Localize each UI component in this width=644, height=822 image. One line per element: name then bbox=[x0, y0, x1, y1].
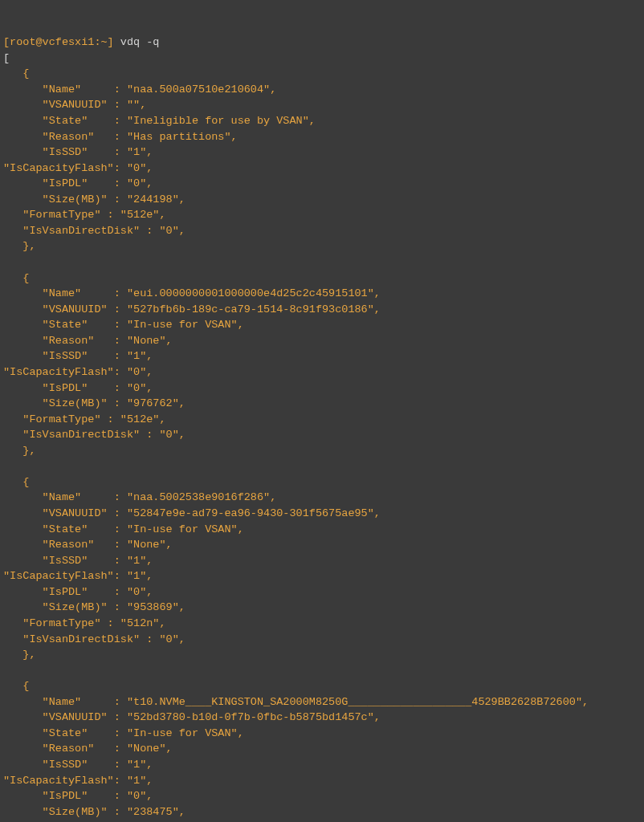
field-label-formattype: "FormatType" : bbox=[3, 209, 120, 221]
json-open-bracket: [ bbox=[3, 52, 10, 64]
field-value-ispdl: "0", bbox=[127, 382, 153, 394]
field-value-name: "naa.5002538e9016f286", bbox=[127, 491, 276, 503]
field-label-ispdl: "IsPDL" : bbox=[3, 790, 127, 802]
field-label-vsanuuid: "VSANUUID" : bbox=[3, 711, 127, 723]
field-value-isvsandirect: "0", bbox=[159, 429, 185, 441]
field-label-name: "Name" : bbox=[3, 696, 127, 708]
field-value-formattype: "512e", bbox=[120, 209, 166, 221]
field-value-vsanuuid: "52847e9e-ad79-ea96-9430-301f5675ae95", bbox=[127, 507, 381, 519]
entry-open: { bbox=[3, 476, 29, 488]
field-label-reason: "Reason" : bbox=[3, 539, 127, 551]
field-label-state: "State" : bbox=[3, 727, 127, 739]
terminal-output: [root@vcfesxi1:~] vdq -q [ { "Name" : "n… bbox=[3, 35, 641, 822]
field-value-reason: "None", bbox=[127, 743, 173, 755]
field-label-state: "State" : bbox=[3, 319, 127, 331]
field-value-name: "naa.500a07510e210604", bbox=[127, 83, 276, 96]
field-label-state: "State" : bbox=[3, 115, 127, 127]
field-value-iscapflash: "0", bbox=[127, 162, 153, 174]
field-label-formattype: "FormatType" : bbox=[3, 413, 120, 425]
field-label-isvsandirect: "IsVsanDirectDisk" : bbox=[3, 429, 159, 441]
field-value-name: "t10.NVMe____KINGSTON_SA2000M8250G______… bbox=[127, 696, 589, 708]
field-value-reason: "Has partitions", bbox=[127, 131, 238, 143]
field-label-ispdl: "IsPDL" : bbox=[3, 177, 127, 189]
field-value-ispdl: "0", bbox=[127, 790, 153, 802]
field-label-ispdl: "IsPDL" : bbox=[3, 382, 127, 394]
entry-open: { bbox=[3, 680, 29, 692]
field-label-sizemb: "Size(MB)" : bbox=[3, 193, 127, 206]
field-label-ispdl: "IsPDL" : bbox=[3, 586, 127, 598]
field-value-formattype: "512n", bbox=[120, 617, 166, 629]
field-value-isvsandirect: "0", bbox=[159, 225, 185, 237]
field-label-state: "State" : bbox=[3, 523, 127, 535]
field-value-formattype: "512e", bbox=[120, 413, 166, 425]
field-label-vsanuuid: "VSANUUID" : bbox=[3, 507, 127, 519]
field-value-sizemb: "953869", bbox=[127, 601, 185, 613]
field-value-name: "eui.0000000001000000e4d25c2c45915101", bbox=[127, 287, 381, 299]
field-value-vsanuuid: "527bfb6b-189c-ca79-1514-8c91f93c0186", bbox=[127, 303, 381, 315]
field-value-sizemb: "976762", bbox=[127, 397, 185, 409]
field-label-name: "Name" : bbox=[3, 83, 127, 96]
field-label-isssd: "IsSSD" : bbox=[3, 555, 127, 567]
field-label-isvsandirect: "IsVsanDirectDisk" : bbox=[3, 633, 159, 645]
field-label-reason: "Reason" : bbox=[3, 131, 127, 143]
field-value-state: "In-use for VSAN", bbox=[127, 523, 244, 535]
field-value-iscapflash: "1", bbox=[127, 570, 153, 582]
field-value-vsanuuid: "52bd3780-b10d-0f7b-0fbc-b5875bd1457c", bbox=[127, 711, 381, 723]
entry-close: }, bbox=[3, 240, 36, 252]
field-label-name: "Name" : bbox=[3, 287, 127, 299]
field-value-isssd: "1", bbox=[127, 759, 153, 771]
field-label-isssd: "IsSSD" : bbox=[3, 350, 127, 362]
shell-command[interactable]: vdq -q bbox=[120, 36, 160, 48]
field-label-iscapflash: "IsCapacityFlash": bbox=[3, 162, 127, 174]
field-value-isvsandirect: "0", bbox=[159, 633, 185, 645]
field-value-state: "In-use for VSAN", bbox=[127, 319, 244, 331]
field-label-iscapflash: "IsCapacityFlash": bbox=[3, 366, 127, 378]
field-value-isssd: "1", bbox=[127, 146, 153, 158]
field-label-isvsandirect: "IsVsanDirectDisk" : bbox=[3, 225, 159, 237]
field-label-formattype: "FormatType" : bbox=[3, 617, 120, 629]
shell-prompt: [root@vcfesxi1:~] bbox=[3, 36, 114, 48]
field-value-reason: "None", bbox=[127, 539, 173, 551]
entry-open: { bbox=[3, 67, 29, 79]
entry-open: { bbox=[3, 272, 29, 284]
field-value-sizemb: "244198", bbox=[127, 193, 185, 206]
field-label-reason: "Reason" : bbox=[3, 743, 127, 755]
field-label-reason: "Reason" : bbox=[3, 335, 127, 347]
field-label-isssd: "IsSSD" : bbox=[3, 146, 127, 158]
field-label-sizemb: "Size(MB)" : bbox=[3, 601, 127, 613]
field-label-isssd: "IsSSD" : bbox=[3, 759, 127, 771]
field-label-vsanuuid: "VSANUUID" : bbox=[3, 303, 127, 315]
field-value-vsanuuid: "", bbox=[127, 99, 146, 111]
field-label-iscapflash: "IsCapacityFlash": bbox=[3, 775, 127, 787]
field-value-isssd: "1", bbox=[127, 555, 153, 567]
field-label-iscapflash: "IsCapacityFlash": bbox=[3, 570, 127, 582]
field-label-vsanuuid: "VSANUUID" : bbox=[3, 99, 127, 111]
field-value-state: "Ineligible for use by VSAN", bbox=[127, 115, 316, 127]
entry-close: }, bbox=[3, 649, 36, 661]
field-value-ispdl: "0", bbox=[127, 177, 153, 189]
field-label-sizemb: "Size(MB)" : bbox=[3, 397, 127, 409]
field-value-sizemb: "238475", bbox=[127, 806, 185, 818]
field-value-iscapflash: "1", bbox=[127, 775, 153, 787]
field-label-name: "Name" : bbox=[3, 491, 127, 503]
field-value-reason: "None", bbox=[127, 335, 173, 347]
field-label-sizemb: "Size(MB)" : bbox=[3, 806, 127, 818]
field-value-state: "In-use for VSAN", bbox=[127, 727, 244, 739]
field-value-iscapflash: "0", bbox=[127, 366, 153, 378]
entry-close: }, bbox=[3, 445, 36, 457]
field-value-isssd: "1", bbox=[127, 350, 153, 362]
field-value-ispdl: "0", bbox=[127, 586, 153, 598]
